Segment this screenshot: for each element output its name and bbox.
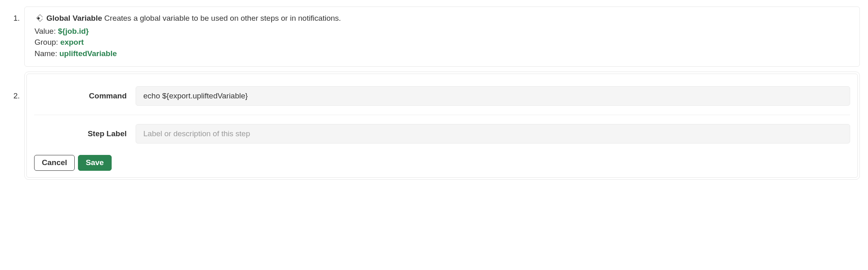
global-variable-icon xyxy=(35,14,43,22)
steplabel-label: Step Label xyxy=(34,129,136,138)
step-description: Creates a global variable to be used on … xyxy=(104,14,341,22)
save-button[interactable]: Save xyxy=(78,155,111,171)
command-input[interactable] xyxy=(136,86,850,106)
name-content: upliftedVariable xyxy=(59,49,117,58)
step-title-line: Global Variable Creates a global variabl… xyxy=(35,13,850,24)
value-content: ${job.id} xyxy=(58,27,89,35)
step-2: Command Step Label Cancel Save xyxy=(22,72,860,180)
steplabel-input[interactable] xyxy=(136,124,850,144)
step-title: Global Variable xyxy=(46,14,102,22)
group-row: Group: export xyxy=(35,37,850,48)
value-label: Value: xyxy=(35,27,56,35)
group-content: export xyxy=(60,38,84,46)
cancel-button[interactable]: Cancel xyxy=(34,155,75,171)
command-label: Command xyxy=(34,91,136,100)
step-card-global-variable: Global Variable Creates a global variabl… xyxy=(24,7,860,67)
name-label: Name: xyxy=(35,49,57,58)
value-row: Value: ${job.id} xyxy=(35,26,850,37)
button-row: Cancel Save xyxy=(34,155,850,171)
step-editing-panel: Command Step Label Cancel Save xyxy=(26,74,858,178)
step-card-command: Command Step Label Cancel Save xyxy=(24,72,860,180)
command-row: Command xyxy=(34,82,850,115)
steplabel-row: Step Label xyxy=(34,115,850,152)
steps-list: Global Variable Creates a global variabl… xyxy=(4,7,860,180)
step-1: Global Variable Creates a global variabl… xyxy=(22,7,860,67)
name-row: Name: upliftedVariable xyxy=(35,48,850,59)
group-label: Group: xyxy=(35,38,58,46)
